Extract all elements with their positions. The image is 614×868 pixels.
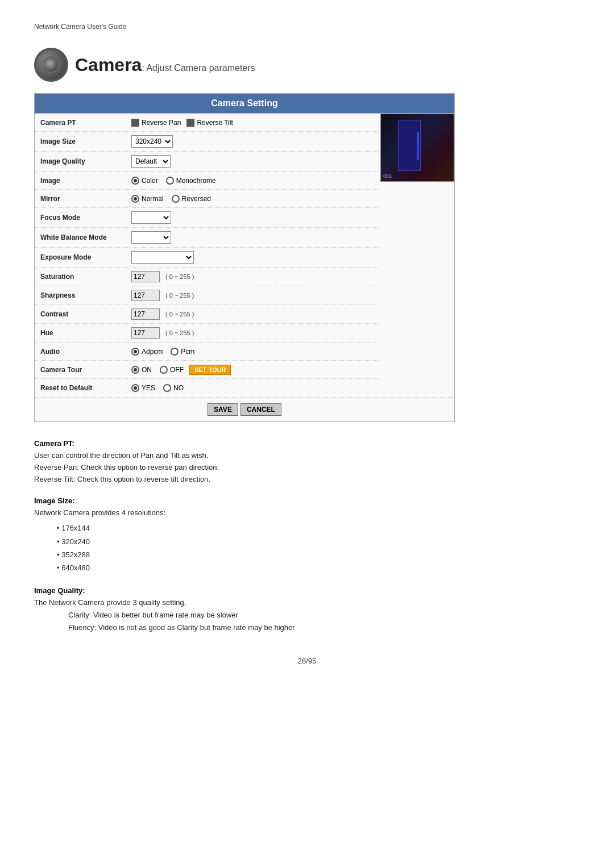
input-saturation[interactable] bbox=[131, 271, 160, 282]
radio-pcm[interactable]: Pcm bbox=[171, 348, 194, 356]
desc-image-quality: Image Quality: The Network Camera provid… bbox=[34, 586, 580, 634]
camera-preview: 001 bbox=[380, 114, 454, 182]
list-image-size: 176x144 320x240 352x288 640x480 bbox=[57, 521, 580, 575]
control-focus-mode bbox=[131, 211, 375, 224]
radio-reversed[interactable]: Reversed bbox=[172, 195, 211, 203]
label-audio: Audio bbox=[40, 348, 131, 356]
heading-image-quality: Image Quality: bbox=[34, 586, 580, 595]
radio-yes[interactable]: YES bbox=[131, 384, 155, 392]
radio-adpcm-dot[interactable] bbox=[131, 348, 139, 356]
radio-audio: Adpcm Pcm bbox=[131, 348, 194, 356]
section-title: Camera: Adjust Camera parameters bbox=[75, 55, 255, 76]
camera-icon bbox=[34, 48, 68, 82]
radio-yes-dot[interactable] bbox=[131, 384, 139, 392]
save-button[interactable]: SAVE bbox=[208, 403, 238, 416]
label-saturation: Saturation bbox=[40, 273, 131, 281]
input-sharpness[interactable] bbox=[131, 290, 160, 301]
radio-tour-off[interactable]: OFF bbox=[160, 366, 184, 374]
row-image-size: Image Size 176x144 320x240 352x288 640x4… bbox=[35, 132, 380, 152]
radio-camera-tour: ON OFF bbox=[131, 366, 184, 374]
heading-image-size: Image Size: bbox=[34, 496, 580, 505]
preview-glow bbox=[417, 132, 419, 160]
radio-adpcm[interactable]: Adpcm bbox=[131, 348, 163, 356]
row-image-quality: Image Quality Default Clarity Fluency bbox=[35, 152, 380, 172]
list-item: 320x240 bbox=[57, 535, 580, 548]
select-focus-mode[interactable] bbox=[131, 211, 171, 224]
row-sharpness: Sharpness ( 0 ~ 255 ) bbox=[35, 286, 380, 305]
label-reset-default: Reset to Default bbox=[40, 384, 131, 392]
control-contrast: ( 0 ~ 255 ) bbox=[131, 308, 375, 320]
cancel-button[interactable]: CANCEL bbox=[240, 403, 281, 416]
camera-setting-box: Camera Setting Camera PT Reverse Pan Rev… bbox=[34, 93, 455, 422]
select-image-size[interactable]: 176x144 320x240 352x288 640x480 bbox=[131, 135, 173, 148]
control-camera-pt: Reverse Pan Reverse Tilt bbox=[131, 119, 375, 127]
radio-no-dot[interactable] bbox=[163, 384, 171, 392]
desc-camera-pt: Camera PT: User can control the directio… bbox=[34, 439, 580, 485]
label-image: Image bbox=[40, 177, 131, 185]
settings-rows: Camera PT Reverse Pan Reverse Tilt Image… bbox=[35, 114, 380, 397]
label-exposure-mode: Exposure Mode bbox=[40, 253, 131, 261]
control-mirror: Normal Reversed bbox=[131, 195, 375, 203]
radio-monochrome-dot[interactable] bbox=[166, 177, 174, 185]
row-focus-mode: Focus Mode bbox=[35, 208, 380, 228]
radio-normal-dot[interactable] bbox=[131, 195, 139, 203]
row-hue: Hue ( 0 ~ 255 ) bbox=[35, 324, 380, 343]
text-image-size: Network Camera provides 4 resolutions: 1… bbox=[34, 507, 580, 574]
radio-normal[interactable]: Normal bbox=[131, 195, 164, 203]
label-sharpness: Sharpness bbox=[40, 291, 131, 299]
row-white-balance: White Balance Mode bbox=[35, 228, 380, 248]
radio-color[interactable]: Color bbox=[131, 177, 158, 185]
label-camera-pt: Camera PT bbox=[40, 119, 131, 127]
row-camera-pt: Camera PT Reverse Pan Reverse Tilt bbox=[35, 114, 380, 132]
label-mirror: Mirror bbox=[40, 195, 131, 203]
control-image: Color Monochrome bbox=[131, 177, 375, 185]
checkbox-reverse-tilt[interactable]: Reverse Tilt bbox=[186, 119, 233, 127]
list-item: 640x480 bbox=[57, 561, 580, 574]
radio-color-dot[interactable] bbox=[131, 177, 139, 185]
control-reset-default: YES NO bbox=[131, 384, 375, 392]
checkbox-tilt-box[interactable] bbox=[186, 119, 194, 127]
desc-indent-clarity: Clarity: Video is better but frame rate … bbox=[68, 609, 580, 621]
desc-image-size: Image Size: Network Camera provides 4 re… bbox=[34, 496, 580, 574]
label-white-balance: White Balance Mode bbox=[40, 233, 131, 241]
radio-reversed-dot[interactable] bbox=[172, 195, 180, 203]
select-exposure-mode[interactable] bbox=[131, 251, 194, 264]
row-saturation: Saturation ( 0 ~ 255 ) bbox=[35, 268, 380, 286]
radio-reset: YES NO bbox=[131, 384, 184, 392]
text-image-quality: The Network Camera provide 3 quality set… bbox=[34, 597, 580, 634]
row-contrast: Contrast ( 0 ~ 255 ) bbox=[35, 305, 380, 324]
range-hint-sharpness: ( 0 ~ 255 ) bbox=[165, 292, 194, 299]
list-item: 176x144 bbox=[57, 521, 580, 535]
section-title-row: Camera: Adjust Camera parameters bbox=[34, 48, 580, 82]
row-exposure-mode: Exposure Mode bbox=[35, 248, 380, 268]
select-white-balance[interactable] bbox=[131, 231, 171, 244]
radio-tour-on[interactable]: ON bbox=[131, 366, 152, 374]
row-camera-tour: Camera Tour ON OFF SET TOUR bbox=[35, 361, 380, 379]
control-exposure-mode bbox=[131, 251, 375, 264]
label-focus-mode: Focus Mode bbox=[40, 214, 131, 222]
radio-monochrome[interactable]: Monochrome bbox=[166, 177, 216, 185]
radio-tour-on-dot[interactable] bbox=[131, 366, 139, 374]
section-title-text: Camera bbox=[75, 55, 142, 75]
label-image-size: Image Size bbox=[40, 137, 131, 145]
input-contrast[interactable] bbox=[131, 308, 160, 320]
input-hue[interactable] bbox=[131, 327, 160, 339]
text-camera-pt: User can control the direction of Pan an… bbox=[34, 450, 580, 485]
camera-preview-container: 001 bbox=[380, 114, 454, 397]
breadcrumb: Network Camera User's Guide bbox=[34, 23, 580, 31]
checkbox-pan-box[interactable] bbox=[131, 119, 139, 127]
radio-tour-off-dot[interactable] bbox=[160, 366, 168, 374]
control-image-quality: Default Clarity Fluency bbox=[131, 155, 375, 168]
radio-no[interactable]: NO bbox=[163, 384, 184, 392]
section-subtitle: : Adjust Camera parameters bbox=[142, 63, 255, 73]
row-reset-default: Reset to Default YES NO bbox=[35, 379, 380, 397]
checkbox-reverse-pan[interactable]: Reverse Pan bbox=[131, 119, 181, 127]
label-image-quality: Image Quality bbox=[40, 157, 131, 165]
set-tour-button[interactable]: SET TOUR bbox=[189, 365, 231, 375]
list-item: 352x288 bbox=[57, 548, 580, 561]
range-hint-hue: ( 0 ~ 255 ) bbox=[165, 329, 194, 336]
select-image-quality[interactable]: Default Clarity Fluency bbox=[131, 155, 171, 168]
settings-inner: Camera PT Reverse Pan Reverse Tilt Image… bbox=[35, 114, 454, 397]
preview-tower bbox=[398, 120, 421, 171]
radio-pcm-dot[interactable] bbox=[171, 348, 179, 356]
